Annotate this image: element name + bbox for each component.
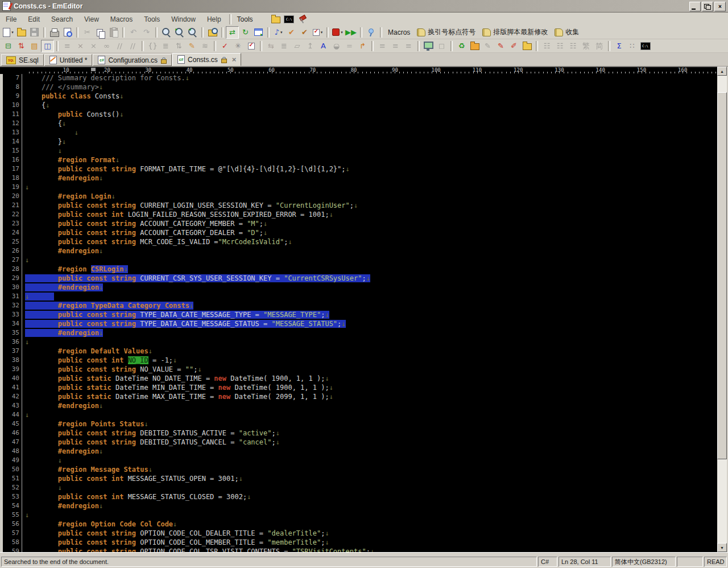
menu-help[interactable]: Help bbox=[201, 14, 227, 25]
ruler-number: 80 bbox=[351, 67, 357, 73]
code-segment: public class bbox=[42, 92, 95, 100]
command-prompt-button2[interactable] bbox=[639, 40, 652, 52]
wrap-by-window-button[interactable]: ⇄ bbox=[226, 26, 239, 39]
internet-explorer-button[interactable] bbox=[257, 13, 270, 26]
outline-button[interactable]: ▤ bbox=[28, 40, 41, 52]
scrollbar-up-arrow-icon[interactable]: ▲ bbox=[717, 67, 727, 76]
ruler-tick bbox=[333, 72, 334, 73]
insert-snippet-icon: {} bbox=[148, 42, 158, 51]
editor-area[interactable]: 7891011121314151617181920212223242526272… bbox=[0, 74, 728, 552]
restore-button[interactable] bbox=[702, 2, 713, 11]
open-button[interactable] bbox=[15, 26, 28, 39]
ruler-toggle-button[interactable]: ⇅ bbox=[15, 40, 28, 52]
secondary-toolbar: ⊟⇅▤◫≡××∞////{}≣⇅✎≋✓✳⇆≣▱↥A◒=↱≡≡≡◻♻✎✎✐☷☷☷繁… bbox=[0, 39, 728, 53]
spell-check-all-button[interactable]: ✔ bbox=[298, 26, 311, 39]
project-tree-button[interactable]: ⊟ bbox=[2, 40, 15, 52]
character-map-button[interactable]: ∷ bbox=[626, 40, 639, 52]
code-segment: DEBITED_STATUS_CANCEL = bbox=[140, 438, 238, 446]
find-next-button[interactable] bbox=[173, 26, 186, 39]
ruler-toggle-icon: ⇅ bbox=[18, 42, 24, 51]
code-line: {↓ bbox=[25, 101, 717, 110]
code-text[interactable]: /// Summary description for Consts.↓ ///… bbox=[22, 74, 717, 552]
macro-quote-punctuation-button[interactable]: 换引号标点符号 bbox=[413, 26, 479, 39]
macro-folder-button[interactable] bbox=[468, 40, 481, 52]
record-macro-stop-button[interactable]: ▾ bbox=[331, 26, 344, 39]
select-all-button[interactable]: A bbox=[317, 40, 330, 52]
tab-Consts.cs[interactable]: c#Consts.cs× bbox=[172, 53, 241, 66]
dropdown-arrow-icon[interactable]: ▾ bbox=[280, 30, 283, 35]
tab-label: Consts.cs bbox=[188, 56, 218, 64]
menu-file[interactable]: File bbox=[0, 14, 22, 25]
dropdown-arrow-icon[interactable]: ▾ bbox=[341, 30, 343, 35]
menu-view[interactable]: View bbox=[78, 14, 105, 25]
close-button[interactable]: × bbox=[714, 2, 726, 11]
monitor-button[interactable] bbox=[422, 40, 435, 52]
red-pen2-button[interactable]: ✐ bbox=[507, 40, 520, 52]
menu-search[interactable]: Search bbox=[46, 14, 78, 25]
code-segment: #region Login bbox=[58, 192, 111, 200]
ruler-tick bbox=[399, 72, 400, 73]
code-segment bbox=[25, 247, 58, 255]
menu-macros[interactable]: Macros bbox=[105, 14, 138, 25]
sync-settings-button[interactable]: ♪▾ bbox=[272, 26, 285, 39]
run-macro-button[interactable]: ▶▶ bbox=[344, 26, 358, 39]
print-preview-button[interactable] bbox=[61, 26, 74, 39]
menu-tools[interactable]: Tools bbox=[138, 14, 166, 25]
new-window-button[interactable] bbox=[252, 26, 265, 39]
open-recent-button[interactable] bbox=[520, 40, 533, 52]
tab-Configuration.cs[interactable]: c#Configuration.cs bbox=[93, 54, 172, 66]
menu-window[interactable]: Window bbox=[166, 14, 201, 25]
window-controls: × bbox=[689, 2, 726, 11]
check-document-button[interactable] bbox=[245, 40, 258, 52]
main-toolbar: ▾✂↶↷⇄↻♪▾✔✔▾▾▶▶Macros换引号标点符号排版脚本最新修改收集 bbox=[0, 26, 728, 39]
line-number: 21 bbox=[3, 201, 22, 211]
macro-typeset-script-button[interactable]: 排版脚本最新修改 bbox=[479, 26, 551, 39]
code-segment: DEBITED_STATUS_ACTIVE = bbox=[140, 429, 238, 437]
macro-collect-button[interactable]: 收集 bbox=[551, 26, 582, 39]
find-button[interactable] bbox=[160, 26, 173, 39]
red-pen-button[interactable]: ✎ bbox=[494, 40, 507, 52]
minimize-button[interactable] bbox=[689, 2, 701, 11]
close-tab-icon[interactable]: × bbox=[232, 57, 237, 63]
sql-file-icon: SQL bbox=[6, 56, 16, 64]
tab-SE.sql[interactable]: SQLSE.sql bbox=[1, 54, 44, 66]
find-in-files-button[interactable] bbox=[206, 26, 219, 39]
vertical-scrollbar[interactable]: ▲ ▼ bbox=[717, 67, 727, 552]
find-previous-button[interactable] bbox=[186, 26, 199, 39]
refresh-button[interactable]: ↻ bbox=[239, 26, 252, 39]
syntax-panel[interactable]: C# bbox=[538, 557, 557, 567]
spell-check-button[interactable]: ✔ bbox=[285, 26, 298, 39]
scrollbar-down-arrow-icon[interactable]: ▼ bbox=[717, 543, 727, 552]
menu-edit[interactable]: Edit bbox=[22, 14, 46, 25]
tab-Untitled-[interactable]: Untitled * bbox=[44, 54, 93, 66]
dropdown-arrow-icon[interactable]: ▾ bbox=[11, 30, 14, 35]
print-button[interactable] bbox=[48, 26, 61, 39]
copy-button[interactable] bbox=[94, 26, 107, 39]
project-tree-icon: ⊟ bbox=[5, 42, 11, 51]
goto-button[interactable]: ↱ bbox=[356, 40, 369, 52]
browser-button[interactable] bbox=[652, 40, 665, 52]
dropdown-arrow-icon[interactable]: ▾ bbox=[321, 30, 323, 35]
sum-button[interactable]: Σ bbox=[613, 40, 626, 52]
encoding-panel[interactable]: 简体中文(GB2312) bbox=[612, 557, 676, 567]
xml-validate-button[interactable]: ✓ bbox=[218, 40, 231, 52]
xml-tools-button[interactable]: ✳ bbox=[231, 40, 245, 52]
external-tool-hammer-button[interactable] bbox=[296, 13, 309, 26]
new-document-button[interactable]: ▾ bbox=[2, 26, 15, 39]
code-segment: ↓ bbox=[173, 520, 177, 528]
recycle-button[interactable]: ♻ bbox=[455, 40, 468, 52]
compare-button: = bbox=[343, 40, 356, 52]
split-window-button[interactable]: ◫ bbox=[41, 40, 54, 52]
cursor-position-panel[interactable]: Ln 28, Col 11 bbox=[559, 557, 611, 567]
open-folder-button[interactable] bbox=[270, 13, 283, 26]
number-lines-button[interactable]: ✎ bbox=[185, 40, 198, 52]
readonly-panel[interactable]: READ bbox=[704, 557, 727, 567]
code-segment bbox=[25, 147, 58, 155]
scrollbar-thumb[interactable] bbox=[717, 92, 727, 459]
page-setup-button: ▱ bbox=[291, 40, 304, 52]
code-segment: NO_VALUE = bbox=[140, 365, 185, 373]
command-prompt-button[interactable] bbox=[283, 13, 296, 26]
pin-button[interactable] bbox=[365, 26, 378, 39]
validate-options-button[interactable]: ▾ bbox=[311, 26, 324, 39]
ruler-tick bbox=[239, 72, 239, 73]
